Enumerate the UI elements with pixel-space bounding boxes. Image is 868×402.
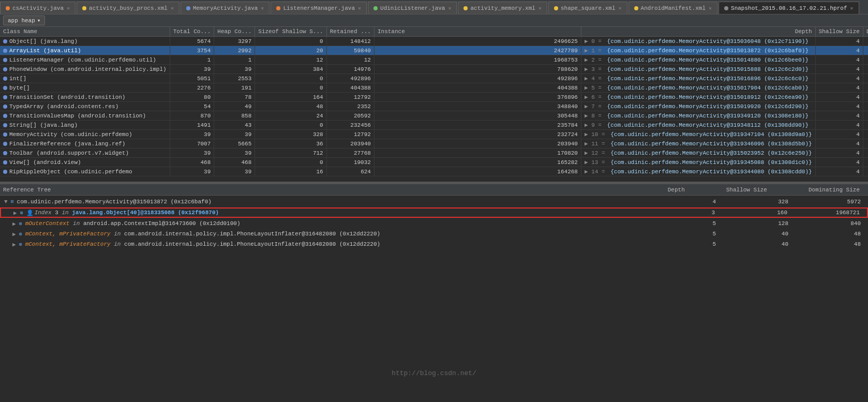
close-icon[interactable]: ✕ [358,5,361,11]
tab-label: activity_memory.xml [470,5,535,11]
depth-val: 3 [684,210,715,216]
tree-expand-icon[interactable]: ▶ [12,231,16,237]
depth-cell: 4 [815,74,863,83]
table-row[interactable]: RipRippleObject (com.udinic.perfdemo3939… [0,167,868,176]
table-row[interactable]: ListenersManager (com.udinic.perfdemo.ut… [0,55,868,65]
close-icon[interactable]: ✕ [448,5,451,11]
tree-expand-icon[interactable]: ▶ [12,220,16,227]
tab-csactivity[interactable]: csActivity.java ✕ [0,2,76,14]
instance-cell[interactable]: ▶ 3 = {com.udinic.perfdemo.MemoryActivit… [581,65,815,74]
total-cell: 80 [170,93,214,102]
close-icon[interactable]: ✕ [171,5,174,11]
instance-cell[interactable]: ▶ 6 = {com.udinic.perfdemo.MemoryActivit… [581,93,815,102]
table-row[interactable]: PhoneWindow (com.android.internal.policy… [0,65,868,74]
shallow-cell: 328 [863,65,868,74]
table-row[interactable]: Toolbar (android.support.v7.widget)39397… [0,148,868,158]
sizeof-cell: 0 [255,83,326,93]
tab-dot [276,6,280,10]
table-row[interactable]: String[] (java.lang)1491430232456235784▶… [0,121,868,130]
instance-cell[interactable]: ▶ 14 = {com.udinic.perfdemo.MemoryActivi… [581,167,815,176]
depth-val: 4 [685,199,716,205]
tree-expand-icon[interactable]: ▼ [4,199,8,205]
instance-cell[interactable]: ▶ 12 = {com.udinic.perfdemo.MemoryActivi… [581,148,815,158]
close-icon[interactable]: ✕ [850,5,853,11]
col-shallow: Shallow Size [815,27,863,37]
close-icon[interactable]: ✕ [261,5,264,11]
tree-expand-icon[interactable]: ▶ [12,241,16,248]
table-row[interactable]: int[]505125530492896492896▶ 4 = {com.udi… [0,74,868,83]
heap-dropdown[interactable]: app heap ▾ [3,16,45,25]
retained-cell: 232456 [326,121,374,130]
shallow-cell: 328 [863,158,868,167]
close-icon[interactable]: ✕ [538,5,542,11]
instance-cell[interactable]: ▶ 11 = {com.udinic.perfdemo.MemoryActivi… [581,139,815,148]
heap-cell: 3297 [214,37,255,46]
table-row[interactable]: MemoryActivity (com.udinic.perfdemo)3939… [0,130,868,139]
table-row[interactable]: FinalizerReference (java.lang.ref)700756… [0,139,868,148]
close-icon[interactable]: ✕ [619,5,622,11]
instance-cell[interactable]: ▶ 9 = {com.udinic.perfdemo.MemoryActivit… [581,121,815,130]
tree-expand-icon[interactable]: ▶ [13,210,17,216]
tab-udiniclistener[interactable]: UdinicListener.java ✕ [368,2,457,14]
table-icon: ⊞ [18,209,25,216]
instance-cell[interactable]: ▶ 10 = {com.udinic.perfdemo.MemoryActivi… [581,130,815,139]
table-row[interactable]: View[] (android.view)468468019032165282▶… [0,158,868,167]
ref-tree-body: ▼ ≡ com.udinic.perfdemo.MemoryActivity@3… [0,196,868,250]
tab-activity-memory[interactable]: activity_memory.xml ✕ [458,2,547,14]
tree-row-label: mContext, mPrivateFactory in com.android… [25,231,381,237]
dominating-val: 1968721 [829,210,860,216]
class-name-cell: Object[] (java.lang) [0,37,170,46]
instance-cell[interactable]: ▶ 0 = {com.udinic.perfdemo.MemoryActivit… [581,37,815,46]
table-row[interactable]: TransitionValuesMap (android.transition)… [0,111,868,121]
instance-cell[interactable]: ▶ 1 = {com.udinic.perfdemo.MemoryActivit… [581,46,815,55]
tab-androidmanifest[interactable]: AndroidManifest.xml ✕ [628,2,717,14]
tab-shape-square[interactable]: shape_square.xml ✕ [548,2,627,14]
shallow-cell: 328 [863,74,868,83]
tree-row-root: ▼ ≡ com.udinic.perfdemo.MemoryActivity@3… [0,197,868,207]
col-total: Total Co... [170,27,214,37]
instance-cell[interactable]: ▶ 7 = {com.udinic.perfdemo.MemoryActivit… [581,102,815,111]
tab-dot [373,6,378,10]
depth-val: 5 [685,241,716,247]
shallow-cell: 328 [863,102,868,111]
instance-cell[interactable]: ▶ 8 = {com.udinic.perfdemo.MemoryActivit… [581,111,815,121]
depth-cell: 4 [815,65,863,74]
close-icon[interactable]: ✕ [67,5,70,11]
sizeof-cell: 0 [255,121,326,130]
class-name-cell: ArrayList (java.util) [0,46,170,55]
tab-memoryactivity[interactable]: MemoryActivity.java ✕ [181,2,270,14]
tree-row-mcontext1: ▶ ⊞ mContext, mPrivateFactory in com.and… [0,229,868,239]
tab-dot [6,6,10,10]
col-instance: Instance [374,27,581,37]
table-row[interactable]: TransitionSet (android.transition)807816… [0,93,868,102]
sizeof-cell: 0 [255,74,326,83]
sizeof-cell: 712 [255,148,326,158]
shallow-cell: 328 [863,37,868,46]
table-row[interactable]: TypedArray (android.content.res)54494823… [0,102,868,111]
chevron-down-icon: ▾ [37,17,41,24]
heap-cell: 78 [214,93,255,102]
close-icon[interactable]: ✕ [709,5,712,11]
retainedB-cell: 232724 [374,130,581,139]
heap-cell: 39 [214,148,255,158]
table-row[interactable]: Object[] (java.lang)56743297014841224966… [0,37,868,46]
table-row[interactable]: byte[]22761910404388404388▶ 5 = {com.udi… [0,83,868,93]
retainedB-cell: 2427789 [374,46,581,55]
total-cell: 5674 [170,37,214,46]
depth-val: 5 [685,231,716,237]
depth-cell: 4 [815,55,863,65]
sizeof-cell: 384 [255,65,326,74]
table-row[interactable]: ArrayList (java.util)3754299220598402427… [0,46,868,55]
instance-cell[interactable]: ▶ 13 = {com.udinic.perfdemo.MemoryActivi… [581,158,815,167]
instance-cell[interactable]: ▶ 2 = {com.udinic.perfdemo.MemoryActivit… [581,55,815,65]
retainedB-cell: 492896 [374,74,581,83]
instance-cell[interactable]: ▶ 5 = {com.udinic.perfdemo.MemoryActivit… [581,83,815,93]
instance-cell[interactable]: ▶ 4 = {com.udinic.perfdemo.MemoryActivit… [581,74,815,83]
table-icon: ≡ [9,198,16,205]
shallow-cell: 328 [863,167,868,176]
tab-listenersmanager[interactable]: ListenersManager.java ✕ [271,2,367,14]
sizeof-cell: 164 [255,93,326,102]
tab-snapshot[interactable]: Snapshot_2015.08.16_17.02.21.hprof ✕ [719,2,859,14]
heap-cell: 43 [214,121,255,130]
tab-activity-busy[interactable]: activity_busy_procs.xml ✕ [77,2,179,14]
